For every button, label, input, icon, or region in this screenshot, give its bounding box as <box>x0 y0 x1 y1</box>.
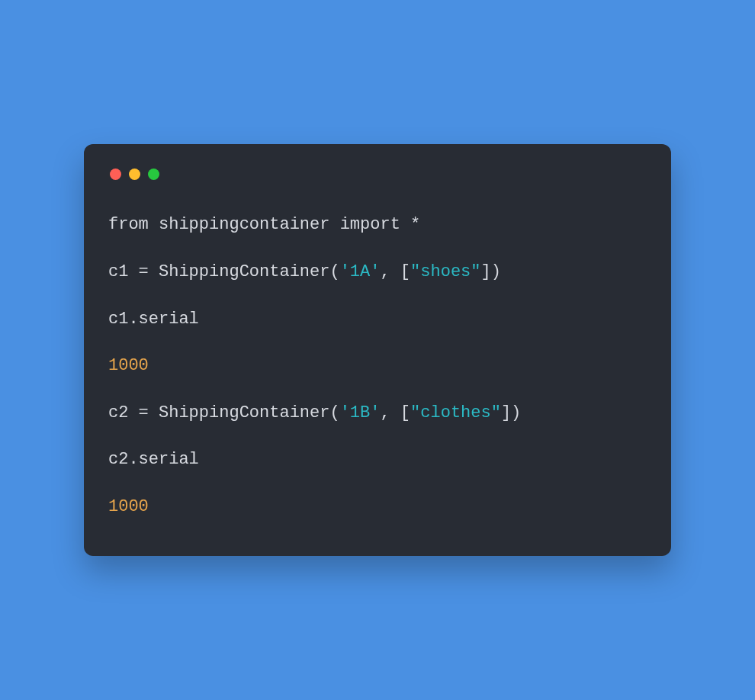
code-token: from <box>108 215 149 234</box>
code-token: c1.serial <box>108 310 199 329</box>
code-token: '1B' <box>340 403 381 422</box>
code-token: 1000 <box>108 497 149 516</box>
code-token: "clothes" <box>410 403 501 422</box>
code-line <box>108 237 647 261</box>
code-block: from shippingcontainer import * c1 = Shi… <box>108 214 647 519</box>
code-token: '1A' <box>340 262 381 281</box>
code-line <box>108 378 647 402</box>
code-token: * <box>400 215 420 234</box>
code-token: c2 = ShippingContainer( <box>108 403 340 422</box>
code-line: c2 = ShippingContainer('1B', ["clothes"]… <box>108 402 647 425</box>
code-token: import <box>340 215 400 234</box>
code-token: c2.serial <box>108 450 199 469</box>
code-line: c2.serial <box>108 448 647 472</box>
code-token: ]) <box>501 403 521 422</box>
code-line: 1000 <box>108 355 647 378</box>
code-token: c1 = ShippingContainer( <box>108 262 340 281</box>
code-line: c1.serial <box>108 308 647 332</box>
minimize-icon[interactable] <box>129 169 140 180</box>
window-titlebar <box>110 169 647 180</box>
code-line <box>108 472 647 496</box>
code-token: 1000 <box>108 356 149 375</box>
zoom-icon[interactable] <box>148 169 159 180</box>
code-line <box>108 331 647 355</box>
code-token: , [ <box>380 403 410 422</box>
code-line <box>108 425 647 448</box>
terminal-window: from shippingcontainer import * c1 = Shi… <box>84 144 671 555</box>
code-line <box>108 284 647 308</box>
code-token: shippingcontainer <box>149 215 340 234</box>
code-line: 1000 <box>108 496 647 519</box>
code-token: , [ <box>380 262 410 281</box>
code-token: ]) <box>481 262 501 281</box>
code-line: c1 = ShippingContainer('1A', ["shoes"]) <box>108 261 647 284</box>
close-icon[interactable] <box>110 169 121 180</box>
code-line: from shippingcontainer import * <box>108 214 647 237</box>
code-token: "shoes" <box>410 262 480 281</box>
